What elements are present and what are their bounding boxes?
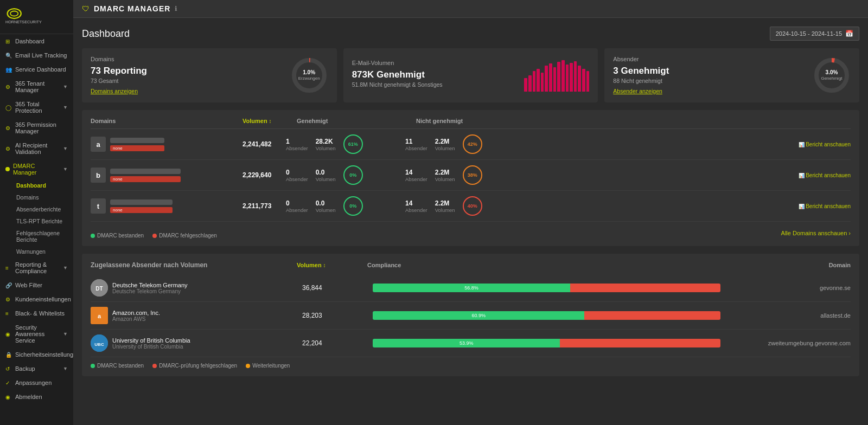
col-header-volume2[interactable]: Volumen xyxy=(297,262,367,268)
sidebar-item-365-total-protection[interactable]: ◯ 365 Total Protection ▼ xyxy=(0,97,73,118)
sidebar-item-anpassungen[interactable]: ✓ Anpassungen xyxy=(0,376,73,390)
chevron-icon: ▼ xyxy=(63,331,68,337)
content-area: Dashboard 2024-10-15 - 2024-11-15 📅 Doma… xyxy=(73,18,868,425)
domains-donut-txt: Erzwungen xyxy=(298,76,320,81)
not-approved-pct-badge: 38% xyxy=(463,165,482,185)
bar-chart-bar xyxy=(570,63,573,92)
view-report-link[interactable]: Bericht anschauen xyxy=(799,141,851,147)
sender-domain: gevonne.se xyxy=(731,284,851,292)
sidebar-item-email-live-tracking[interactable]: 🔍 Email Live Tracking xyxy=(0,48,73,62)
domain-name-wrap: none xyxy=(110,169,181,182)
view-report-link[interactable]: Bericht anschauen xyxy=(799,172,851,178)
sender-avatar: a xyxy=(91,307,108,324)
backup-icon: ↺ xyxy=(5,366,12,372)
check-icon: ✓ xyxy=(5,380,12,386)
sidebar-item-web-filter[interactable]: 🔗 Web Filter xyxy=(0,278,73,292)
sender-name-info: University of British Columbia Universit… xyxy=(112,337,302,350)
sidebar-item-365-tenant-manager[interactable]: ⚙ 365 Tenant Manager ▼ xyxy=(0,76,73,97)
not-approved-pct-badge: 40% xyxy=(463,196,482,216)
compliance-bar-green: 53.9% xyxy=(373,339,560,347)
security-icon: ◉ xyxy=(5,331,12,337)
email-volume-sub: 51.8M Nicht genehmigt & Sonstiges xyxy=(352,81,443,88)
bar-chart-bar xyxy=(557,62,560,92)
gear-icon: ⚙ xyxy=(5,297,12,302)
domain-avatar: a xyxy=(91,137,106,152)
sidebar-subitem-dashboard[interactable]: Dashboard xyxy=(11,179,73,191)
sender-avatar: UBC xyxy=(91,334,108,352)
sidebar-subitem-tls-rpt[interactable]: TLS-RPT Berichte xyxy=(11,215,73,227)
approved-senders: 0 Absender xyxy=(286,169,308,182)
domains-card-content: Domains 73 Reporting 73 Gesamt Domains a… xyxy=(91,56,147,95)
domains-table-legend: DMARC bestanden DMARC fehlgeschlagen xyxy=(91,233,217,239)
chevron-icon: ▼ xyxy=(63,366,68,371)
not-approved-volume: 2.2M Volumen xyxy=(435,138,455,151)
not-approved-senders: 11 Absender xyxy=(405,138,427,151)
col-header-domains: Domains xyxy=(91,118,242,124)
email-volume-card-content: E-Mail-Volumen 873K Genehmigt 51.8M Nich… xyxy=(352,60,443,91)
absender-link[interactable]: Absender anzeigen xyxy=(613,88,662,94)
date-range-button[interactable]: 2024-10-15 - 2024-11-15 📅 xyxy=(770,27,859,41)
link-icon: 🔗 xyxy=(5,282,12,288)
compliance-bar-track: 53.9% xyxy=(373,339,720,347)
sidebar-item-service-dashboard[interactable]: 👥 Service Dashboard xyxy=(0,62,73,76)
settings-icon: ⚙ xyxy=(5,84,12,90)
shield-icon: 🛡 xyxy=(82,4,90,13)
sidebar-item-dmarc-manager[interactable]: DMARC Manager ▼ xyxy=(0,159,73,179)
sidebar-item-ai-recipient-validation[interactable]: ⚙ AI Recipient Validation ▼ xyxy=(0,138,73,159)
chevron-icon: ▼ xyxy=(63,146,68,151)
col-header-domain2: Domain xyxy=(731,262,851,268)
not-approved-pct-badge: 42% xyxy=(463,134,482,154)
col-header-approved: Genehmigt xyxy=(297,118,416,124)
domain-badge-none: none xyxy=(110,207,173,213)
domain-blurred-name xyxy=(110,199,173,205)
domains-link[interactable]: Domains anzeigen xyxy=(91,88,138,94)
sidebar-item-365-permission-manager[interactable]: ⚙ 365 Permission Manager xyxy=(0,118,73,138)
legend-dmarc-fehlgeschlagen: DMARC fehlgeschlagen xyxy=(152,233,217,239)
sidebar-item-dashboard[interactable]: ⊞ Dashboard xyxy=(0,34,73,48)
domain-avatar: t xyxy=(91,198,106,214)
sidebar-subitem-fehlgeschlagene[interactable]: Fehlgeschlagene Berichte xyxy=(11,227,73,246)
compliance-bar-green: 60.9% xyxy=(373,311,584,320)
not-approved-section: 11 Absender 2.2M Volumen 42% xyxy=(405,134,568,154)
not-approved-section: 14 Absender 2.2M Volumen 38% xyxy=(405,165,568,185)
date-range-value: 2024-10-15 - 2024-11-15 xyxy=(776,30,842,37)
all-domains-link[interactable]: Alle Domains anschauen › xyxy=(781,230,851,236)
sidebar-subitem-warnungen[interactable]: Warnungen xyxy=(11,246,73,257)
legend-weiterleitungen: Weiterleitungen xyxy=(246,363,290,369)
domains-main-value: 73 Reporting xyxy=(91,66,147,76)
sender-compliance-bar: 56.8% xyxy=(373,284,731,292)
sidebar-subitem-absenderberichte[interactable]: Absenderberichte xyxy=(11,203,73,215)
sidebar-item-security-awareness[interactable]: ◉ Security Awareness Service ▼ xyxy=(0,320,73,347)
sidebar-item-reporting-compliance[interactable]: ≡ Reporting & Compliance ▼ xyxy=(0,257,73,278)
compliance-bar-red xyxy=(570,284,720,292)
calendar-icon: 📅 xyxy=(845,30,853,37)
logout-icon: ◉ xyxy=(5,394,12,400)
sidebar-item-kundeneinstellungen[interactable]: ⚙ Kundeneinstellungen ▼ xyxy=(0,292,73,306)
compliance-bar-track: 56.8% xyxy=(373,284,720,292)
sidebar-item-black-whitelists[interactable]: ≡ Black- & Whitelists xyxy=(0,306,73,320)
approved-senders: 1 Absender xyxy=(286,138,308,151)
sidebar-subitem-domains[interactable]: Domains xyxy=(11,191,73,203)
sidebar-item-sicherheitseinstellungen[interactable]: 🔒 Sicherheitseinstellungen ▼ xyxy=(0,347,73,362)
domain-info: b none xyxy=(91,168,242,183)
view-report-link[interactable]: Bericht anschauen xyxy=(799,203,851,209)
legend-dot-orange xyxy=(246,364,250,368)
sidebar-item-abmelden[interactable]: ◉ Abmelden xyxy=(0,390,73,404)
domain-badge-none: none xyxy=(110,145,164,151)
absender-card-content: Absender 3 Genehmigt 88 Nicht genehmigt … xyxy=(613,56,669,95)
sidebar-item-backup[interactable]: ↺ Backup ▼ xyxy=(0,362,73,376)
domain-name-wrap: none xyxy=(110,138,164,151)
col-header-volume[interactable]: Volumen xyxy=(242,118,297,124)
domains-donut-pct: 1.0% xyxy=(298,69,320,76)
sidebar: HORNETSECURITY ⊞ Dashboard 🔍 Email Live … xyxy=(0,0,73,425)
compliance-bar-red xyxy=(560,339,720,347)
bar-chart-bar xyxy=(524,78,527,92)
circle-icon: ◯ xyxy=(5,105,12,111)
approved-section: 0 Absender 0.0 Volumen 0% xyxy=(286,165,405,185)
sender-domain: allastest.de xyxy=(731,312,851,319)
absender-summary-card: Absender 3 Genehmigt 88 Nicht genehmigt … xyxy=(604,48,859,102)
domain-info: a none xyxy=(91,137,242,152)
svg-point-0 xyxy=(8,9,21,18)
dashboard-title: Dashboard xyxy=(82,28,130,40)
legend-dmarc-bestanden: DMARC bestanden xyxy=(91,233,144,239)
